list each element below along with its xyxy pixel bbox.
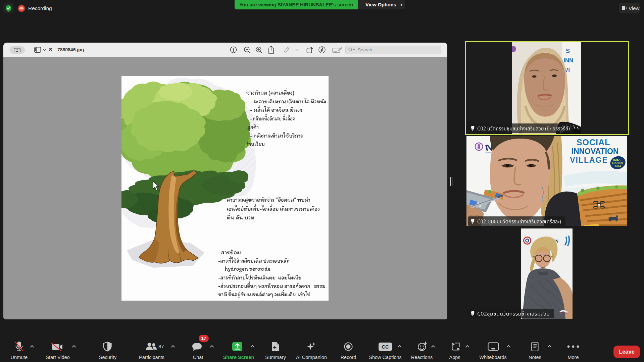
svg-text:VILLAGE: VILLAGE xyxy=(570,156,608,164)
svg-text:2024: 2024 xyxy=(615,165,621,168)
svg-text:S: S xyxy=(566,48,570,54)
svg-text:HACKS: HACKS xyxy=(612,161,623,165)
svg-text:INN: INN xyxy=(563,57,573,64)
svg-text:IDEA: IDEA xyxy=(613,158,621,161)
svg-text:INNOVATION: INNOVATION xyxy=(572,147,619,156)
svg-text:SOCIAL: SOCIAL xyxy=(577,138,610,147)
